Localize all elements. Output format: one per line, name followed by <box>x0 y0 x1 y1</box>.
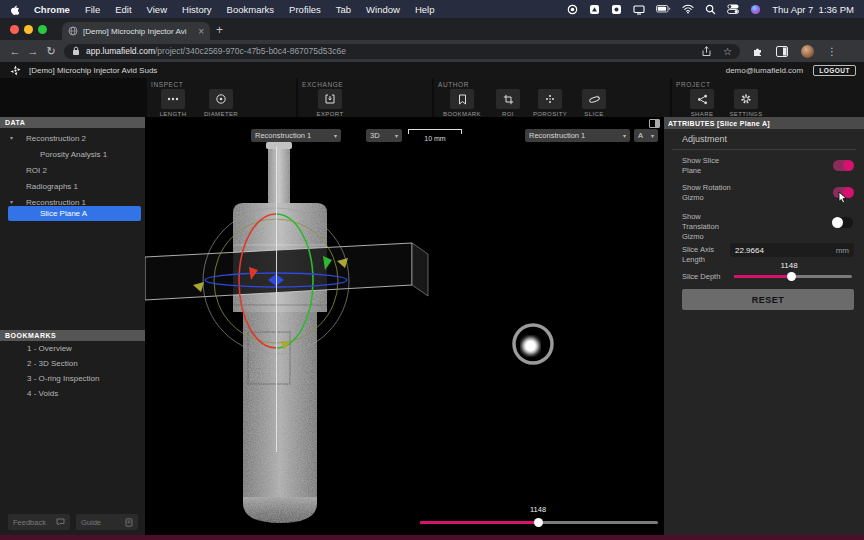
feedback-bubble-icon <box>56 518 65 526</box>
bookmark-item-overview[interactable]: 1 - Overview <box>27 344 72 353</box>
reset-button[interactable]: RESET <box>682 289 854 310</box>
shape-app-icon[interactable] <box>589 4 600 15</box>
profile-avatar[interactable] <box>801 45 814 58</box>
menubar-item-file[interactable]: File <box>85 4 100 15</box>
feedback-button[interactable]: Feedback <box>8 514 70 530</box>
apple-icon[interactable] <box>10 4 20 15</box>
lock-icon[interactable] <box>72 46 80 56</box>
right-viewport-plane-select[interactable]: A▾ <box>634 129 658 142</box>
show-translation-gizmo-toggle[interactable] <box>833 217 853 228</box>
section-label: EXCHANGE <box>302 81 343 88</box>
menubar-item-help[interactable]: Help <box>415 4 435 15</box>
tree-item-porosity-analysis-1[interactable]: Porosity Analysis 1 <box>0 147 145 161</box>
tree-item-radiographs-1[interactable]: Radiographs 1 <box>0 179 145 193</box>
divider <box>672 149 856 150</box>
menubar-item-history[interactable]: History <box>182 4 212 15</box>
porosity-icon <box>544 93 556 105</box>
wifi-icon[interactable] <box>682 4 694 14</box>
show-translation-gizmo-label: Show Translation Gizmo <box>682 212 719 242</box>
camera-app-icon[interactable] <box>611 4 622 15</box>
tree-item-slice-plane-a-selected[interactable]: Slice Plane A <box>8 206 141 221</box>
slice-axis-length-label: Slice Axis Length <box>682 245 714 265</box>
mouse-cursor-icon <box>838 191 848 204</box>
bookmark-tool-button[interactable]: BOOKMARK <box>440 89 484 117</box>
chevron-down-icon: ▾ <box>334 132 337 139</box>
chevron-down-icon: ▾ <box>623 132 626 139</box>
share-tool-button[interactable]: SHARE <box>680 89 724 117</box>
screen-record-icon[interactable] <box>567 4 578 15</box>
left-viewport-source-select[interactable]: Reconstruction 1▾ <box>251 129 341 142</box>
display-icon[interactable] <box>633 4 645 15</box>
roi-tool-button[interactable]: ROI <box>486 89 530 117</box>
window-close-button[interactable] <box>10 25 19 34</box>
lumafield-logo-icon[interactable] <box>10 65 21 76</box>
spotlight-icon[interactable] <box>705 4 716 15</box>
tree-item-reconstruction-2[interactable]: ▾ Reconstruction 2 <box>0 131 145 145</box>
show-slice-plane-toggle[interactable] <box>833 160 853 171</box>
porosity-tool-button[interactable]: POROSITY <box>528 89 572 117</box>
share-icon <box>697 94 708 105</box>
window-zoom-button[interactable] <box>38 25 47 34</box>
menubar-item-edit[interactable]: Edit <box>115 4 131 15</box>
slider-knob[interactable] <box>787 272 796 281</box>
section-label: INSPECT <box>151 81 183 88</box>
diameter-tool-button[interactable]: DIAMETER <box>199 89 243 117</box>
browser-tab[interactable]: [Demo] Microchip Injector Avi × <box>62 22 210 40</box>
left-viewport-mode-select[interactable]: 3D▾ <box>366 129 402 142</box>
unit-label: mm <box>836 246 849 255</box>
slice-tool-button[interactable]: SLICE <box>572 89 616 117</box>
slice-plane[interactable] <box>145 243 428 300</box>
collapse-panel-icon[interactable] <box>649 119 660 128</box>
url-domain: app.lumafield.com <box>86 46 155 56</box>
settings-tool-button[interactable]: SETTINGS <box>724 89 768 117</box>
window-minimize-button[interactable] <box>24 25 33 34</box>
guide-book-icon <box>125 518 133 527</box>
menubar-item-bookmarks[interactable]: Bookmarks <box>227 4 275 15</box>
length-tool-button[interactable]: LENGTH <box>151 89 195 117</box>
browser-menu-icon[interactable]: ⋮ <box>827 46 837 57</box>
slider-knob[interactable] <box>534 518 543 527</box>
menubar-item-tab[interactable]: Tab <box>336 4 351 15</box>
ct-object <box>233 142 327 523</box>
extensions-puzzle-icon[interactable] <box>752 46 763 57</box>
back-button[interactable]: ← <box>6 45 24 57</box>
side-panel-icon[interactable] <box>776 46 788 57</box>
chevron-down-icon[interactable]: ▾ <box>10 198 13 205</box>
url-path: /project/340c2569-970c-47b5-b0c4-867075d… <box>155 46 346 56</box>
bookmark-star-icon[interactable]: ☆ <box>723 46 732 57</box>
new-tab-button[interactable]: + <box>216 23 223 37</box>
slice-depth-value: 1148 <box>769 261 809 270</box>
siri-icon[interactable] <box>750 4 761 15</box>
export-tool-button[interactable]: EXPORT <box>308 89 352 117</box>
menubar-clock[interactable]: Thu Apr 7 1:36 PM <box>772 4 854 15</box>
slice-axis-length-input[interactable]: 22.9664 mm <box>730 243 854 257</box>
toolbar-section-inspect: INSPECT LENGTH DIAMETER <box>147 78 296 117</box>
bookmark-item-voids[interactable]: 4 - Voids <box>27 389 58 398</box>
slice-2d-view <box>514 325 552 363</box>
viewport-canvas[interactable]: Reconstruction 1▾ 3D▾ 10 mm Reconstructi… <box>145 117 664 535</box>
canvas-slice-depth-value: 1148 <box>518 505 558 514</box>
control-center-icon[interactable] <box>727 4 739 14</box>
menubar-item-window[interactable]: Window <box>366 4 400 15</box>
logout-button[interactable]: LOGOUT <box>813 65 856 76</box>
toolbar-section-exchange: EXCHANGE EXPORT <box>298 78 432 117</box>
account-email: demo@lumafield.com <box>726 66 803 75</box>
tree-item-roi-2[interactable]: ROI 2 <box>0 163 145 177</box>
right-viewport-source-select[interactable]: Reconstruction 1▾ <box>525 129 630 142</box>
share-page-icon[interactable] <box>702 46 711 57</box>
chevron-down-icon[interactable]: ▾ <box>10 134 13 141</box>
tab-close-icon[interactable]: × <box>198 26 204 37</box>
bookmark-item-oring-inspection[interactable]: 3 - O-ring Inspection <box>27 374 99 383</box>
canvas-slice-depth-slider[interactable] <box>420 521 658 524</box>
menubar-app-name[interactable]: Chrome <box>34 4 70 15</box>
show-slice-plane-label: Show Slice Plane <box>682 156 719 176</box>
url-bar[interactable]: app.lumafield.com/project/340c2569-970c-… <box>64 44 740 59</box>
data-header: DATA <box>0 117 145 128</box>
bookmark-item-3d-section[interactable]: 2 - 3D Section <box>27 359 78 368</box>
forward-button[interactable]: → <box>24 45 42 57</box>
reload-button[interactable]: ↻ <box>42 45 60 58</box>
slice-depth-slider[interactable] <box>734 275 852 278</box>
guide-button[interactable]: Guide <box>76 514 138 530</box>
menubar-item-profiles[interactable]: Profiles <box>289 4 321 15</box>
menubar-item-view[interactable]: View <box>147 4 167 15</box>
